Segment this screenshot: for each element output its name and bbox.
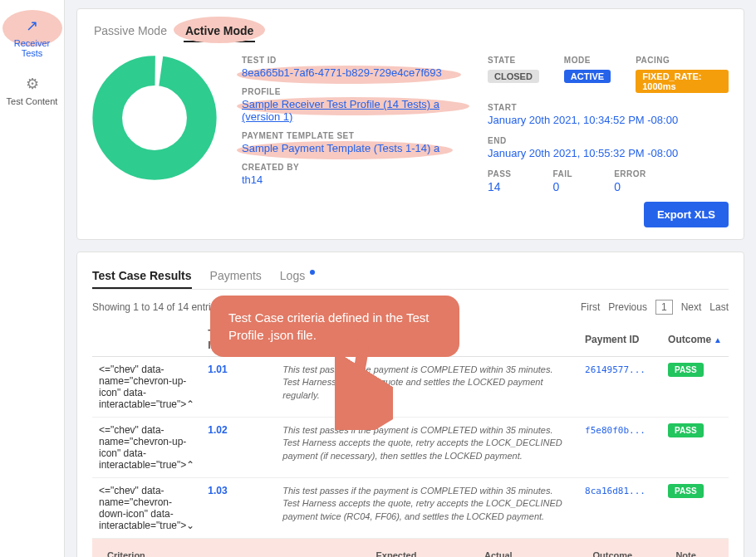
donut-chart (92, 56, 217, 183)
state-label: STATE (488, 56, 539, 65)
arrow-up-right-icon: ↗ (26, 17, 38, 35)
results-table: Test Case ID▲ Description Payment ID Out… (92, 323, 729, 557)
results-card: Test Case Results Payments Logs Showing … (76, 252, 744, 557)
test-case-id[interactable]: 1.01 (208, 364, 227, 375)
test-description: This test passes if the payment is COMPL… (276, 357, 578, 418)
fail-count: 0 (553, 180, 573, 193)
crit-col-note: Note (667, 545, 722, 557)
template-link[interactable]: Sample Payment Template (Tests 1-14) a (242, 142, 463, 154)
pager-first[interactable]: First (581, 301, 600, 313)
error-count: 0 (614, 180, 646, 193)
created-by-label: CREATED BY (242, 163, 463, 172)
state-badge: CLOSED (488, 70, 539, 83)
payment-id-link[interactable]: f5e80f0b... (585, 425, 646, 436)
tab-label: Logs (280, 269, 305, 282)
pager-page-1[interactable]: 1 (655, 300, 673, 315)
mode-label: MODE (564, 56, 611, 65)
sidebar-item-test-content[interactable]: ⚙ Test Content (0, 66, 64, 115)
outcome-badge: PASS (668, 363, 704, 377)
table-row: <="chev" data-name="chevron-up-icon" dat… (92, 357, 729, 418)
outcome-badge: PASS (668, 484, 704, 498)
payment-id-link[interactable]: 8ca16d81... (585, 486, 646, 496)
gear-icon: ⚙ (26, 75, 39, 93)
test-id-label: TEST ID (242, 56, 463, 65)
showing-text: Showing 1 to 14 of 14 entries (92, 301, 221, 313)
pass-count: 14 (488, 180, 512, 193)
annotation-callout: Test Case criteria defined in the Test P… (210, 296, 459, 357)
tab-logs[interactable]: Logs (280, 264, 315, 289)
mode-tabs: Passive Mode Active Mode (92, 21, 729, 42)
summary-card: Passive Mode Active Mode TEST ID (76, 8, 744, 240)
sidebar: ↗ Receiver Tests ⚙ Test Content (0, 0, 65, 557)
start-label: START (488, 103, 729, 112)
template-label: PAYMENT TEMPLATE SET (242, 131, 463, 140)
test-description: This test passes if the payment is COMPL… (276, 478, 578, 539)
profile-label: PROFILE (242, 87, 463, 96)
callout-arrow-icon (335, 339, 393, 430)
table-row: <="chev" data-name="chevron-up-icon" dat… (92, 418, 729, 478)
col-outcome[interactable]: Outcome▲ (661, 323, 729, 357)
pacing-label: PACING (636, 56, 729, 65)
main-content: Passive Mode Active Mode TEST ID (65, 0, 756, 557)
sort-icon: ▲ (714, 335, 722, 344)
tab-test-case-results[interactable]: Test Case Results (92, 264, 192, 289)
svg-point-1 (107, 71, 202, 165)
crit-col-actual: Actual (476, 545, 585, 557)
pass-label: PASS (488, 169, 512, 178)
export-xls-button[interactable]: Export XLS (644, 202, 729, 227)
sidebar-item-label: Test Content (7, 96, 58, 106)
end-label: END (488, 136, 729, 145)
fail-label: FAIL (553, 169, 573, 178)
notification-dot-icon (310, 270, 315, 275)
tab-passive-mode[interactable]: Passive Mode (92, 21, 169, 42)
criteria-table: CriterionExpectedActualOutcomeNoteSTATEC… (99, 545, 722, 557)
mode-badge: ACTIVE (564, 70, 611, 83)
test-description: This test passes if the payment is COMPL… (276, 418, 578, 478)
pager-last[interactable]: Last (709, 301, 729, 313)
sidebar-item-label: Receiver Tests (3, 38, 61, 58)
payment-id-link[interactable]: 26149577... (585, 364, 646, 375)
outcome-badge: PASS (668, 423, 704, 437)
col-payment-id[interactable]: Payment ID (578, 323, 661, 357)
pacing-badge: FIXED_RATE: 1000ms (636, 70, 729, 93)
crit-col-expected: Expected (368, 545, 477, 557)
created-by-value: th14 (242, 173, 463, 186)
tab-payments[interactable]: Payments (210, 264, 262, 289)
profile-link[interactable]: Sample Receiver Test Profile (14 Tests) … (242, 98, 463, 123)
error-label: ERROR (614, 169, 646, 178)
end-value: January 20th 2021, 10:55:32 PM -08:00 (488, 147, 729, 159)
tab-active-mode[interactable]: Active Mode (184, 21, 255, 42)
pager-previous[interactable]: Previous (608, 301, 647, 313)
test-case-id[interactable]: 1.03 (208, 485, 227, 496)
crit-col-criterion: Criterion (99, 545, 368, 557)
test-id-value[interactable]: 8ea665b1-7af6-4771-b829-729e4ce7f693 (242, 66, 463, 79)
pager-next[interactable]: Next (681, 301, 702, 313)
start-value: January 20th 2021, 10:34:52 PM -08:00 (488, 114, 729, 126)
criteria-block: CriterionExpectedActualOutcomeNoteSTATEC… (92, 539, 729, 557)
sidebar-item-receiver-tests[interactable]: ↗ Receiver Tests (0, 8, 64, 66)
pagination: First Previous 1 Next Last (581, 300, 729, 315)
crit-col-outcome: Outcome (585, 545, 668, 557)
table-row: <="chev" data-name="chevron-down-icon" d… (92, 478, 729, 539)
donut-svg (92, 56, 217, 180)
tab-label: Active Mode (185, 24, 253, 37)
criteria-row: CriterionExpectedActualOutcomeNoteSTATEC… (92, 539, 729, 558)
test-case-id[interactable]: 1.02 (208, 424, 227, 436)
